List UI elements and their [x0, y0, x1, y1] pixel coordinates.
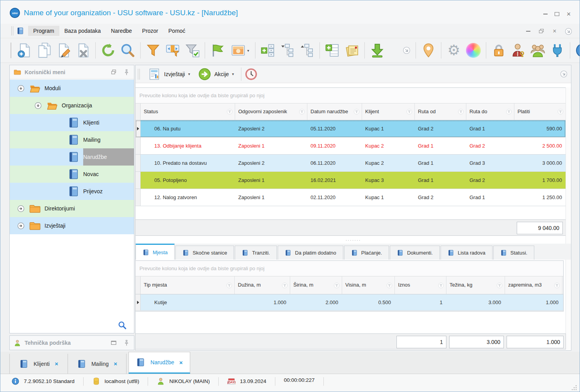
column-header-ruta-od[interactable]: Ruta od	[415, 103, 466, 120]
tree-expander-icon[interactable]	[17, 205, 25, 213]
detail-tab-pla-anje-[interactable]: Plaćanje.	[344, 246, 389, 260]
tree-item-izvje-taji[interactable]: Izvještaji	[10, 217, 134, 234]
column-filter-icon[interactable]	[227, 109, 233, 115]
detail-tab-statusi-[interactable]: Statusi.	[493, 246, 534, 260]
filter-settings-button[interactable]	[163, 41, 182, 60]
column-filter-icon[interactable]	[334, 282, 340, 289]
column-header-datum-narud-be[interactable]: Datum narudžbe	[307, 103, 362, 120]
support-pin-button[interactable]	[123, 339, 130, 346]
expand-tree-button[interactable]	[278, 41, 297, 60]
column-filter-icon[interactable]	[386, 282, 393, 289]
column-header-tip-mjesta[interactable]: Tip mjesta	[141, 276, 235, 294]
mdi-close-button[interactable]: ×	[551, 27, 558, 36]
detail-tab-sko-ne-stanice[interactable]: Skočne stanice	[175, 246, 234, 260]
detail-tab-lista-radova[interactable]: Lista radova	[441, 246, 493, 260]
document-tab-mailing[interactable]: Mailing×	[68, 354, 127, 374]
column-filter-icon[interactable]	[226, 282, 232, 289]
support-panel[interactable]: Tehnička podrška	[9, 335, 134, 350]
export-download-button[interactable]	[368, 41, 387, 60]
detail-tab-tranziti-[interactable]: Tranziti.	[235, 246, 277, 260]
orders-group-panel[interactable]: Prevucite kolonu koja ide ovdje da biste…	[136, 88, 566, 103]
column-header-klijent[interactable]: Klijent	[362, 103, 415, 120]
support-maximize-button[interactable]	[110, 339, 117, 346]
column-filter-icon[interactable]	[353, 109, 360, 115]
color-wheel-button[interactable]	[464, 41, 483, 60]
tree-expander-icon[interactable]	[17, 84, 25, 93]
tree-item-klijenti[interactable]: Klijenti	[10, 114, 134, 131]
overflow-button[interactable]	[401, 41, 412, 60]
column-header--irina-m[interactable]: Širina, m	[290, 276, 342, 294]
refresh-button[interactable]	[99, 41, 118, 60]
table-row[interactable]: 12. Nalog zatvorenZaposleni 102.11.2020K…	[136, 189, 566, 206]
tree-item-organizacija[interactable]: Organizacija	[10, 97, 134, 114]
tab-close-icon[interactable]: ×	[179, 359, 183, 366]
actions-menu-button[interactable]: Akcije▾	[194, 66, 238, 82]
sidebar-pin-button[interactable]	[123, 69, 130, 76]
sidebar-search-button[interactable]	[118, 321, 127, 330]
tree-expander-icon[interactable]	[34, 102, 42, 110]
detail-tab-mjesta[interactable]: Mjesta	[136, 244, 175, 260]
column-filter-icon[interactable]	[496, 282, 503, 289]
menu-item-baza-podataka[interactable]: Baza podataka	[59, 26, 106, 36]
table-row[interactable]: 06. Na putuZaposleni 205.11.2020Kupac 1G…	[136, 120, 566, 137]
column-filter-icon[interactable]	[406, 109, 412, 115]
column-header-status[interactable]: Status	[141, 103, 235, 120]
menu-item-prozor[interactable]: Prozor	[137, 26, 163, 36]
tree-expander-icon[interactable]	[17, 222, 25, 230]
actionbar-drag-handle[interactable]	[138, 69, 140, 80]
column-header-visina-m[interactable]: Visina, m	[342, 276, 395, 294]
menu-item-naredbe[interactable]: Naredbe	[106, 26, 137, 36]
window-minimize-button[interactable]	[540, 10, 550, 18]
tree-item-moduli[interactable]: Moduli	[10, 80, 134, 97]
menubar-drag-handle[interactable]	[11, 26, 13, 36]
tree-item-narud-be[interactable]: Narudžbe	[10, 148, 134, 166]
column-filter-icon[interactable]	[506, 109, 512, 115]
edit-document-button[interactable]	[54, 41, 73, 60]
collapse-tree-button[interactable]	[298, 41, 316, 60]
places-group-panel[interactable]: Prevucite kolonu koja ide ovdje da biste…	[136, 261, 563, 276]
column-header-te-ina-kg[interactable]: Težina, kg	[446, 276, 505, 294]
image-picker-button[interactable]: ▾	[228, 41, 252, 60]
table-row[interactable]: 05. PotopljenoZaposleni 116.02.2021Kupac…	[136, 172, 566, 189]
detail-tab-da-platim-dodatno[interactable]: Da platim dodatno	[278, 246, 343, 260]
add-table-row-button[interactable]	[323, 41, 342, 60]
tree-item-novac[interactable]: Novac	[10, 166, 134, 183]
lock-button[interactable]	[489, 41, 508, 60]
detail-tab-dokumenti-[interactable]: Dokumenti.	[390, 246, 440, 260]
column-filter-icon[interactable]	[299, 109, 305, 115]
filter-button[interactable]	[144, 41, 162, 60]
settings-gear-button[interactable]: ⚙	[444, 41, 463, 60]
expand-list-button[interactable]	[259, 41, 277, 60]
table-row[interactable]: Kutije1.0002.0000.50013.0001.000	[136, 294, 563, 311]
menu-item-pomo-[interactable]: Pomoć	[163, 26, 191, 36]
notes-button[interactable]	[343, 41, 361, 60]
column-header-odgovorni-zaposlenik[interactable]: Odgovorni zaposlenik	[235, 103, 307, 120]
tree-item-direktorijumi[interactable]: Direktorijumi	[10, 200, 134, 217]
column-header-du-ina-m[interactable]: Dužina, m	[235, 276, 290, 294]
column-header-zapremina-m3[interactable]: zapremina, m3	[505, 276, 562, 294]
column-filter-icon[interactable]	[557, 109, 564, 115]
column-filter-icon[interactable]	[282, 282, 288, 289]
menubar-overflow-button[interactable]	[564, 27, 573, 36]
mdi-restore-button[interactable]	[538, 27, 545, 36]
menu-item-program[interactable]: Program	[28, 26, 59, 36]
vertical-scrollbar[interactable]	[566, 87, 571, 349]
column-header-ruta-do[interactable]: Ruta do	[466, 103, 514, 120]
reports-menu-button[interactable]: Izvještaji▾	[144, 66, 194, 82]
tab-close-icon[interactable]: ×	[55, 360, 58, 367]
delete-document-button[interactable]	[73, 41, 92, 60]
window-close-button[interactable]: ×	[564, 10, 574, 18]
toolbar-drag-handle[interactable]	[11, 43, 11, 58]
tab-close-icon[interactable]: ×	[114, 360, 117, 367]
user-groups-button[interactable]	[528, 41, 547, 60]
filter-apply-button[interactable]	[183, 41, 202, 60]
plugin-button[interactable]	[548, 41, 567, 60]
horizontal-splitter[interactable]: ·······	[136, 237, 571, 243]
window-maximize-button[interactable]	[552, 10, 562, 18]
tree-item-prijevoz[interactable]: Prijevoz	[10, 183, 134, 200]
copy-document-button[interactable]	[34, 41, 53, 60]
column-filter-icon[interactable]	[458, 109, 464, 115]
timer-clock-button[interactable]	[244, 68, 258, 81]
table-row[interactable]: 10. Predato na dostavuZaposleni 206.11.2…	[136, 155, 566, 172]
sidebar-float-button[interactable]	[110, 69, 117, 76]
